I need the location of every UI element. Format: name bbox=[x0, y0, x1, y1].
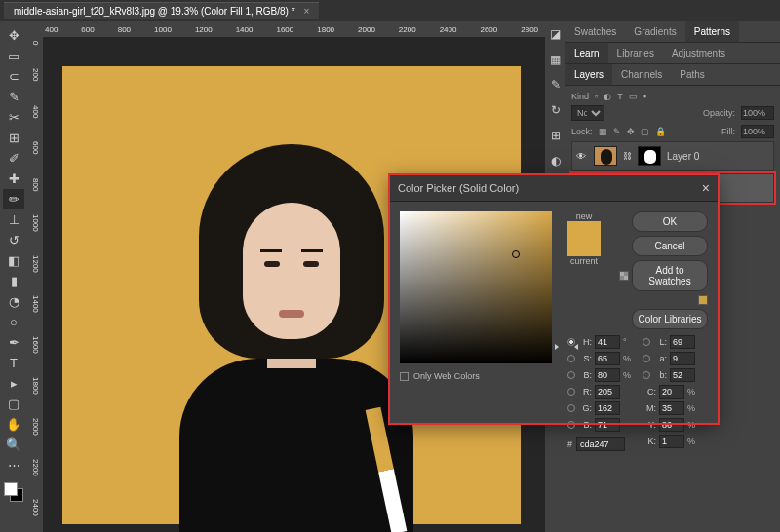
lock-transparency-icon[interactable]: ▦ bbox=[599, 127, 607, 136]
visibility-toggle-icon[interactable]: 👁 bbox=[576, 151, 588, 162]
filter-smart-icon[interactable]: ▪ bbox=[644, 92, 646, 101]
swatches-panel-icon[interactable]: ▦ bbox=[550, 53, 561, 66]
radio-l[interactable] bbox=[643, 338, 650, 346]
lab-b-input[interactable] bbox=[670, 368, 695, 382]
gamut-warning-icon[interactable] bbox=[619, 271, 629, 281]
cancel-button[interactable]: Cancel bbox=[632, 236, 708, 256]
k-input[interactable] bbox=[659, 435, 684, 448]
type-tool[interactable]: T bbox=[3, 353, 24, 372]
lock-artboard-icon[interactable]: ▢ bbox=[641, 127, 649, 136]
hex-input[interactable] bbox=[576, 437, 625, 451]
color-panel-icon[interactable]: ◪ bbox=[550, 27, 561, 41]
quick-select-tool[interactable]: ✎ bbox=[3, 87, 24, 106]
eyedropper-tool[interactable]: ✐ bbox=[3, 148, 24, 168]
g-input[interactable] bbox=[595, 401, 620, 415]
gradient-tool[interactable]: ▮ bbox=[3, 271, 24, 290]
radio-b[interactable] bbox=[567, 371, 575, 379]
eraser-tool[interactable]: ◧ bbox=[3, 250, 24, 270]
layer-mask-thumbnail[interactable] bbox=[638, 146, 661, 166]
l-input[interactable] bbox=[670, 335, 695, 349]
a-input[interactable] bbox=[670, 352, 695, 365]
tab-patterns[interactable]: Patterns bbox=[685, 21, 739, 42]
blend-mode-select[interactable]: Normal bbox=[571, 105, 604, 121]
tab-libraries[interactable]: Libraries bbox=[608, 43, 663, 63]
only-web-colors-checkbox[interactable] bbox=[400, 372, 409, 381]
filter-type-icon[interactable]: T bbox=[617, 92, 623, 101]
foreground-color-swatch[interactable] bbox=[4, 482, 18, 496]
hex-label: # bbox=[567, 439, 572, 449]
foreground-background-swatch[interactable] bbox=[3, 481, 24, 503]
m-input[interactable] bbox=[659, 401, 684, 415]
color-field[interactable] bbox=[400, 211, 552, 363]
filter-shape-icon[interactable]: ▭ bbox=[629, 92, 638, 101]
brush-tool[interactable]: ✏ bbox=[3, 189, 24, 209]
current-color-swatch[interactable] bbox=[567, 239, 601, 256]
tab-gradients[interactable]: Gradients bbox=[625, 21, 684, 42]
kind-label: Kind bbox=[571, 92, 589, 101]
fill-input[interactable] bbox=[741, 125, 774, 138]
tab-channels[interactable]: Channels bbox=[612, 64, 671, 85]
history-panel-icon[interactable]: ↻ bbox=[551, 103, 561, 117]
lock-all-icon[interactable]: 🔒 bbox=[655, 127, 666, 136]
layer-name[interactable]: Layer 0 bbox=[667, 151, 699, 162]
close-icon[interactable]: × bbox=[702, 180, 710, 196]
websafe-warning-icon[interactable] bbox=[698, 295, 708, 305]
s-input[interactable] bbox=[595, 352, 620, 365]
filter-pixel-icon[interactable]: ▫ bbox=[595, 92, 598, 101]
stamp-tool[interactable]: ⊥ bbox=[3, 209, 24, 229]
ok-button[interactable]: OK bbox=[632, 211, 708, 232]
frame-tool[interactable]: ⊞ bbox=[3, 128, 24, 147]
dialog-titlebar[interactable]: Color Picker (Solid Color) × bbox=[390, 175, 718, 202]
edit-toolbar-icon[interactable]: ⋯ bbox=[3, 455, 24, 475]
radio-r[interactable] bbox=[567, 388, 575, 396]
adjustments-panel-icon[interactable]: ◐ bbox=[551, 154, 561, 168]
dodge-tool[interactable]: ○ bbox=[3, 312, 24, 331]
close-tab-icon[interactable]: × bbox=[303, 6, 309, 17]
move-tool[interactable]: ✥ bbox=[3, 25, 24, 45]
tab-swatches[interactable]: Swatches bbox=[566, 21, 625, 42]
opacity-input[interactable] bbox=[741, 106, 774, 120]
properties-panel-icon[interactable]: ⊞ bbox=[551, 129, 561, 142]
crop-tool[interactable]: ✂ bbox=[3, 107, 24, 127]
radio-g[interactable] bbox=[567, 404, 575, 412]
color-libraries-button[interactable]: Color Libraries bbox=[632, 309, 708, 329]
shape-tool[interactable]: ▢ bbox=[3, 394, 24, 413]
hand-tool[interactable]: ✋ bbox=[3, 414, 24, 434]
only-web-colors-label: Only Web Colors bbox=[413, 371, 480, 381]
c-input[interactable] bbox=[659, 385, 684, 399]
filter-adjust-icon[interactable]: ◐ bbox=[604, 92, 611, 101]
new-color-swatch[interactable] bbox=[567, 221, 601, 239]
bl-input[interactable] bbox=[595, 418, 620, 432]
layer-thumbnail[interactable] bbox=[594, 146, 617, 166]
lock-position-icon[interactable]: ✥ bbox=[627, 127, 635, 136]
h-input[interactable] bbox=[595, 335, 620, 349]
radio-a[interactable] bbox=[643, 355, 650, 362]
blur-tool[interactable]: ◔ bbox=[3, 291, 24, 311]
lasso-tool[interactable]: ⊂ bbox=[3, 66, 24, 86]
radio-s[interactable] bbox=[567, 355, 575, 362]
document-tab[interactable]: middle-asian-girl_t20_kRv8l3.jpg @ 19.3%… bbox=[4, 2, 319, 19]
y-input[interactable] bbox=[659, 418, 684, 432]
lock-pixels-icon[interactable]: ✎ bbox=[613, 127, 621, 136]
tab-learn[interactable]: Learn bbox=[566, 43, 608, 63]
tab-layers[interactable]: Layers bbox=[566, 64, 612, 85]
layer-row-0[interactable]: 👁 ⛓ Layer 0 bbox=[571, 141, 774, 171]
color-field-cursor[interactable] bbox=[512, 250, 520, 258]
tab-paths[interactable]: Paths bbox=[671, 64, 714, 85]
link-icon[interactable]: ⛓ bbox=[623, 151, 632, 161]
panels-tabs-row-1: Swatches Gradients Patterns bbox=[566, 21, 780, 43]
add-to-swatches-button[interactable]: Add to Swatches bbox=[632, 260, 708, 291]
history-brush-tool[interactable]: ↺ bbox=[3, 230, 24, 249]
radio-lab-b[interactable] bbox=[643, 371, 650, 379]
r-input[interactable] bbox=[595, 385, 620, 399]
marquee-tool[interactable]: ▭ bbox=[3, 46, 24, 65]
tab-adjustments[interactable]: Adjustments bbox=[663, 43, 734, 63]
zoom-tool[interactable]: 🔍 bbox=[3, 435, 24, 454]
radio-bl[interactable] bbox=[567, 421, 575, 429]
b-input[interactable] bbox=[595, 368, 620, 382]
pen-tool[interactable]: ✒ bbox=[3, 332, 24, 352]
brush-panel-icon[interactable]: ✎ bbox=[551, 78, 561, 92]
hue-slider-thumb[interactable] bbox=[557, 346, 576, 349]
healing-tool[interactable]: ✚ bbox=[3, 169, 24, 188]
path-select-tool[interactable]: ▸ bbox=[3, 373, 24, 393]
